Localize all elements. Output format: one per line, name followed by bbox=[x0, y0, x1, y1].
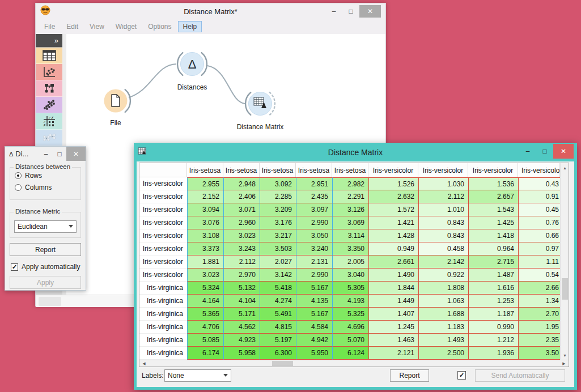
distance-cell[interactable]: 5.324 bbox=[187, 282, 223, 295]
distance-cell[interactable]: 2.152 bbox=[187, 190, 223, 203]
distance-cell[interactable]: 2.435 bbox=[296, 190, 332, 203]
distance-cell[interactable]: 2.285 bbox=[260, 190, 296, 203]
row-header[interactable]: Iris-virginica bbox=[139, 334, 187, 347]
minimize-button[interactable]: – bbox=[325, 5, 342, 18]
distance-cell[interactable]: 3.023 bbox=[187, 269, 223, 282]
distance-cell[interactable]: 3.092 bbox=[260, 177, 296, 190]
distance-cell[interactable]: 0.949 bbox=[368, 242, 418, 255]
metric-combobox[interactable]: Euclidean bbox=[14, 220, 77, 233]
distance-cell[interactable]: 1.616 bbox=[468, 282, 518, 295]
distance-cell[interactable]: 4.706 bbox=[187, 321, 223, 334]
distance-cell[interactable]: 4.104 bbox=[223, 295, 260, 308]
distance-cell[interactable]: 1.253 bbox=[468, 295, 518, 308]
distance-cell[interactable]: 3.126 bbox=[332, 203, 368, 216]
distance-cell[interactable]: 5.958 bbox=[223, 347, 260, 360]
column-header[interactable]: Iris-versicolor bbox=[518, 163, 560, 177]
distance-cell[interactable]: 2.500 bbox=[418, 347, 468, 360]
distance-cell[interactable]: 1.407 bbox=[368, 308, 418, 321]
distance-cell[interactable]: 1.487 bbox=[468, 269, 518, 282]
distance-cell[interactable]: 1.245 bbox=[368, 321, 418, 334]
scatter-plot-icon[interactable] bbox=[36, 64, 62, 80]
menu-widget[interactable]: Widget bbox=[111, 21, 142, 32]
distance-cell[interactable]: 2.715 bbox=[468, 255, 518, 269]
matrix-minimize-button[interactable]: – bbox=[519, 144, 536, 159]
distance-cell[interactable]: 2.112 bbox=[418, 190, 468, 203]
menu-help[interactable]: Help bbox=[178, 21, 202, 32]
scroll-left-icon[interactable]: ◀ bbox=[141, 360, 147, 367]
matrix-report-button[interactable]: Report bbox=[390, 369, 429, 382]
column-header[interactable]: Iris-setosa bbox=[187, 163, 223, 177]
row-header[interactable]: Iris-versicolor bbox=[139, 242, 187, 255]
column-header[interactable]: Iris-versicolor bbox=[418, 163, 468, 177]
distance-cell[interactable]: 2.955 bbox=[187, 177, 223, 190]
distance-cell[interactable]: 4.696 bbox=[332, 321, 368, 334]
distance-cell[interactable]: 6.124 bbox=[332, 347, 368, 360]
row-header[interactable]: Iris-virginica bbox=[139, 347, 187, 360]
distance-cell[interactable]: 2.661 bbox=[368, 255, 418, 269]
distance-cell[interactable]: 5.171 bbox=[223, 308, 260, 321]
row-header[interactable]: Iris-virginica bbox=[139, 282, 187, 295]
distance-cell[interactable]: 4.135 bbox=[296, 295, 332, 308]
distance-cell[interactable]: 4.942 bbox=[296, 334, 332, 347]
distance-cell[interactable]: 0.45 bbox=[518, 203, 560, 216]
expand-icon[interactable]: » bbox=[36, 34, 62, 48]
data-table-icon[interactable] bbox=[36, 48, 62, 64]
distance-cell[interactable]: 1.844 bbox=[368, 282, 418, 295]
distance-cell[interactable]: 5.132 bbox=[223, 282, 260, 295]
menu-options[interactable]: Options bbox=[143, 21, 176, 32]
row-header[interactable]: Iris-versicolor bbox=[139, 216, 187, 229]
row-header[interactable]: Iris-versicolor bbox=[139, 255, 187, 269]
distance-cell[interactable]: 1.490 bbox=[368, 269, 418, 282]
node-distances[interactable]: Δ bbox=[177, 53, 207, 76]
distance-cell[interactable]: 1.463 bbox=[368, 334, 418, 347]
vertical-scrollbar[interactable]: ▲ ▼ bbox=[560, 163, 569, 360]
horizontal-scroll-thumb[interactable] bbox=[272, 361, 293, 366]
column-header[interactable]: Iris-setosa bbox=[296, 163, 332, 177]
scroll-down-icon[interactable]: ▼ bbox=[561, 352, 569, 359]
distance-cell[interactable]: 1.063 bbox=[418, 295, 468, 308]
distance-cell[interactable]: 4.815 bbox=[260, 321, 296, 334]
distance-cell[interactable]: 2.960 bbox=[223, 216, 260, 229]
distance-cell[interactable]: 2.131 bbox=[296, 255, 332, 269]
distance-cell[interactable]: 1.688 bbox=[418, 308, 468, 321]
distances-dialog-titlebar[interactable]: Δ Di... – □ ✕ bbox=[5, 147, 86, 161]
distance-cell[interactable]: 1.493 bbox=[418, 334, 468, 347]
distance-cell[interactable]: 3.071 bbox=[223, 203, 260, 216]
canvas-window-titlebar[interactable]: Distance Matrix* – □ ✕ bbox=[36, 3, 385, 19]
column-header[interactable]: Iris-versicolor bbox=[468, 163, 518, 177]
column-header[interactable]: Iris-versicolor bbox=[368, 163, 418, 177]
distance-cell[interactable]: 4.274 bbox=[260, 295, 296, 308]
distance-cell[interactable]: 2.990 bbox=[296, 269, 332, 282]
send-automatically-button[interactable]: Send Automatically bbox=[475, 369, 565, 382]
distance-cell[interactable]: 6.300 bbox=[260, 347, 296, 360]
node-distance-matrix[interactable] bbox=[245, 92, 275, 116]
distance-cell[interactable]: 3.209 bbox=[260, 203, 296, 216]
radio-columns-circle[interactable] bbox=[15, 184, 22, 191]
apply-automatically-checkbox[interactable]: ✓ bbox=[11, 263, 18, 271]
distance-cell[interactable]: 3.503 bbox=[260, 242, 296, 255]
distance-cell[interactable]: 3.097 bbox=[296, 203, 332, 216]
distance-cell[interactable]: 3.217 bbox=[260, 229, 296, 242]
distance-cell[interactable]: 1.95 bbox=[518, 321, 560, 334]
scroll-up-icon[interactable]: ▲ bbox=[561, 164, 569, 171]
radio-rows-circle[interactable] bbox=[15, 172, 22, 179]
distance-cell[interactable]: 3.108 bbox=[187, 229, 223, 242]
distance-cell[interactable]: 3.023 bbox=[223, 229, 260, 242]
row-header[interactable]: Iris-virginica bbox=[139, 308, 187, 321]
distance-cell[interactable]: 2.70 bbox=[518, 308, 560, 321]
distance-cell[interactable]: 2.632 bbox=[368, 190, 418, 203]
distance-cell[interactable]: 0.76 bbox=[518, 216, 560, 229]
distance-cell[interactable]: 1.34 bbox=[518, 295, 560, 308]
distance-cell[interactable]: 1.425 bbox=[468, 216, 518, 229]
distance-cell[interactable]: 1.428 bbox=[368, 229, 418, 242]
distance-cell[interactable]: 1.183 bbox=[418, 321, 468, 334]
menu-view[interactable]: View bbox=[84, 21, 109, 32]
close-button[interactable]: ✕ bbox=[359, 5, 381, 18]
column-header[interactable]: Iris-setosa bbox=[332, 163, 368, 177]
distance-cell[interactable]: 5.305 bbox=[332, 282, 368, 295]
distance-cell[interactable]: 5.365 bbox=[187, 308, 223, 321]
distance-cell[interactable]: 5.167 bbox=[296, 308, 332, 321]
maximize-button[interactable]: □ bbox=[342, 5, 359, 18]
distance-cell[interactable]: 3.069 bbox=[332, 216, 368, 229]
row-header[interactable]: Iris-versicolor bbox=[139, 190, 187, 203]
